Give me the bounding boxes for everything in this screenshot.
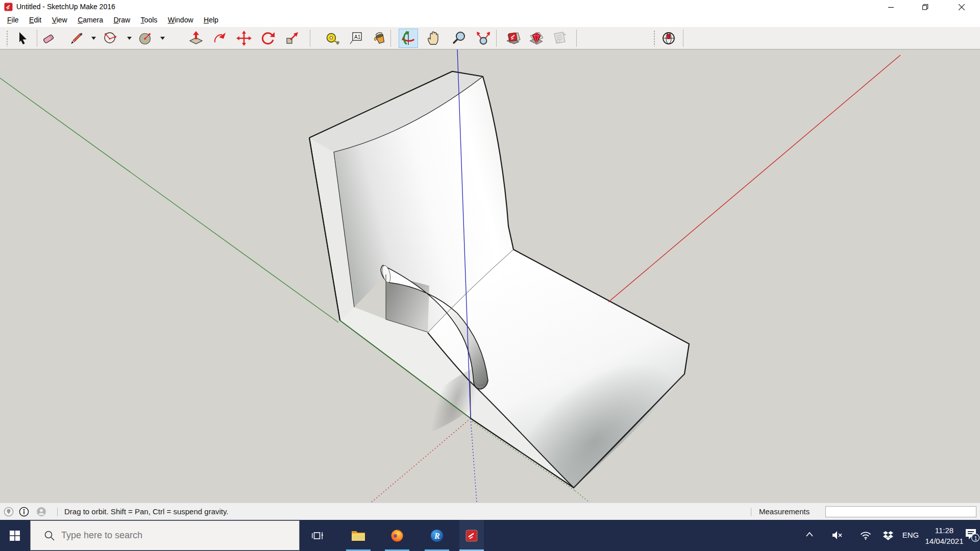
scale-icon [284,30,300,46]
text-icon: A1 [348,30,364,46]
move-tool-button[interactable] [234,29,254,48]
zoom-icon [451,30,467,46]
measurements-label: Measurements [759,507,810,516]
start-button[interactable] [0,520,30,551]
taskbar-app-r[interactable]: R [425,520,449,551]
extension-warehouse-icon [528,30,545,47]
svg-text:R: R [434,532,440,540]
task-view-icon [311,530,324,542]
pan-tool-button[interactable] [424,29,443,48]
pencil-icon [69,31,84,46]
geolocation-icon[interactable] [4,507,14,517]
restore-button[interactable] [914,0,937,14]
tray-date: 14/04/2021 [920,536,969,546]
add-location-globe-icon [660,30,677,46]
minimize-button[interactable] [879,0,902,14]
status-hint: Drag to orbit. Shift = Pan, Ctrl = suspe… [64,507,229,516]
model-canvas [0,49,980,503]
orbit-icon [400,30,416,46]
title-bar: Untitled - SketchUp Make 2016 [0,0,980,14]
svg-text:A1: A1 [354,34,361,40]
add-location-button[interactable] [659,29,678,48]
text-tool-button[interactable]: A1 [347,29,366,48]
share-model-icon [551,30,568,47]
rotate-tool-button[interactable] [258,29,278,48]
taskbar-search[interactable] [30,520,300,550]
circle-tool-button[interactable] [136,29,155,48]
push-pull-tool-button[interactable] [186,29,206,48]
tray-wifi-icon[interactable] [860,530,872,542]
tape-measure-tool-button[interactable] [323,29,342,48]
menu-edit[interactable]: Edit [25,14,45,26]
zoom-extents-icon [475,30,492,46]
app-r-icon: R [430,529,444,542]
tape-measure-icon [324,30,340,46]
menu-tools[interactable]: Tools [137,14,162,26]
taskbar-firefox[interactable] [385,520,409,551]
circle-tool-dropdown[interactable] [159,35,166,41]
menu-window[interactable]: Window [164,14,198,26]
zoom-extents-tool-button[interactable] [474,29,493,48]
menu-view[interactable]: View [48,14,71,26]
chair-model [309,71,689,488]
tray-dropbox-icon[interactable] [882,530,894,542]
sketchup-logo-icon [4,3,13,11]
push-pull-icon [188,30,204,46]
notification-icon: 1 [965,528,980,544]
task-view-button[interactable] [305,520,330,551]
follow-me-icon [212,30,228,46]
taskbar-sketchup[interactable] [459,520,484,551]
toolbar: A1 [0,27,980,49]
menu-camera[interactable]: Camera [74,14,107,26]
tray-language[interactable]: ENG [900,531,921,539]
sketchup-taskbar-icon [465,529,478,542]
orbit-tool-button[interactable] [399,29,418,48]
tray-clock[interactable]: 11:28 14/04/2021 [920,525,969,546]
arc-tool-button[interactable] [100,29,119,48]
line-tool-button[interactable] [67,29,86,48]
toolbar-grip[interactable] [6,30,8,46]
3d-warehouse-button[interactable] [504,29,523,48]
menu-help[interactable]: Help [200,14,223,26]
eraser-tool-button[interactable] [39,29,59,48]
notification-center-button[interactable]: 1 [965,528,980,544]
follow-me-tool-button[interactable] [210,29,230,48]
select-icon [15,31,31,46]
extension-warehouse-button[interactable] [527,29,546,48]
rotate-icon [260,30,276,46]
arc-tool-dropdown[interactable] [126,35,133,41]
menu-draw[interactable]: Draw [109,14,134,26]
paint-bucket-tool-button[interactable] [371,29,390,48]
menu-bar: File Edit View Camera Draw Tools Window … [0,14,980,27]
sign-in-avatar-icon[interactable] [36,507,46,517]
firefox-icon [390,529,404,542]
scale-tool-button[interactable] [282,29,302,48]
menu-file[interactable]: File [3,14,23,26]
taskbar-file-explorer[interactable] [346,520,371,551]
search-icon [44,530,55,541]
tray-volume-muted-icon[interactable] [831,529,843,541]
arc-icon [102,30,118,46]
file-explorer-icon [351,530,365,542]
search-input[interactable] [61,530,255,541]
close-button[interactable] [950,0,973,14]
window-title: Untitled - SketchUp Make 2016 [16,3,115,11]
pan-hand-icon [425,30,442,46]
toolbar-grip[interactable] [653,30,655,46]
move-icon [236,30,252,46]
tray-show-hidden-icons[interactable] [804,530,815,540]
tray-time: 11:28 [920,525,969,536]
share-model-button-disabled[interactable] [550,29,569,48]
circle-icon [137,30,154,46]
status-bar: Drag to orbit. Shift = Pan, Ctrl = suspe… [0,503,980,520]
model-info-icon[interactable] [19,507,29,517]
eraser-icon [41,30,57,46]
line-tool-dropdown[interactable] [90,35,97,41]
3d-warehouse-icon [505,30,522,47]
zoom-tool-button[interactable] [449,29,469,48]
paint-bucket-icon [372,30,388,46]
measurements-input[interactable] [825,506,976,517]
modeling-viewport[interactable] [0,49,980,503]
notification-badge: 1 [974,535,977,541]
select-tool-button[interactable] [13,29,33,48]
